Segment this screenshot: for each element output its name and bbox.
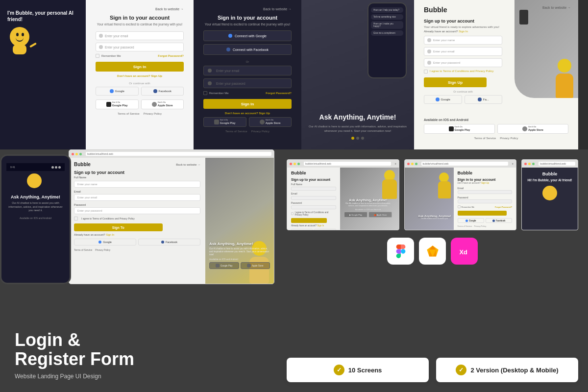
close-dot-m1: [290, 163, 292, 165]
terms-link-p2[interactable]: Terms of Service: [118, 112, 140, 115]
b1-signup-btn[interactable]: Sign To: [74, 223, 163, 231]
privacy-link-p5[interactable]: Privacy Policy: [500, 137, 518, 140]
store-row-p5: Get It On Google Play Get It On Apple St…: [424, 124, 568, 134]
promo-overlay: Ask Anything, Anytime! Our AI chatbot is…: [209, 242, 270, 269]
back-link-p3[interactable]: Back to website →: [263, 7, 292, 11]
name-input-p5[interactable]: Enter your name: [424, 36, 502, 45]
mini-play[interactable]: ▶ Google Play: [344, 212, 368, 218]
forgot-link-p3[interactable]: Forgot Password?: [266, 92, 292, 95]
privacy-link-p2[interactable]: Privacy Policy: [144, 112, 162, 115]
terms-checkbox-p5[interactable]: [424, 70, 428, 74]
playstore-btn-p2[interactable]: Get It On Google Play: [96, 99, 139, 109]
panel5-subtitle: Your virtual friend is ready to explore …: [424, 25, 502, 29]
b1-terms-link[interactable]: Terms of Service: [74, 248, 92, 251]
google-icon-s: [466, 220, 468, 222]
facebook-btn-p2[interactable]: Facebook: [141, 87, 184, 96]
char-head: [10, 27, 29, 47]
check-icon-screens: ✓: [334, 365, 344, 375]
password-input-p2[interactable]: Enter your password: [96, 43, 184, 51]
mini-signup-btn[interactable]: [291, 218, 327, 223]
mini-name-field: [291, 187, 336, 191]
signin-btn-s[interactable]: [458, 211, 507, 216]
available-text: Available on IOS and Android: [424, 118, 568, 122]
illustration-area: [500, 0, 578, 98]
b1-facebook-btn[interactable]: Facebook: [138, 239, 200, 245]
remember-check-s[interactable]: [458, 205, 461, 208]
star-icon-m2: ★: [512, 162, 514, 165]
appstore-icon: [152, 102, 157, 107]
playstore-btn-p5[interactable]: Get It On Google Play: [424, 124, 495, 134]
b1-terms-checkbox[interactable]: [74, 217, 78, 220]
email-input-p2[interactable]: Enter your email: [96, 31, 184, 40]
mini-google[interactable]: Google: [291, 229, 313, 230]
playstore-btn-p3[interactable]: Get It On Google Play: [203, 117, 246, 127]
signin-button-p2[interactable]: Sign In: [96, 62, 184, 72]
or-divider-p5: Or continue with: [424, 90, 502, 93]
remember-checkbox[interactable]: [96, 54, 99, 58]
password-input-p3[interactable]: Enter your password: [203, 78, 292, 88]
remember-checkbox-p3[interactable]: [203, 91, 207, 95]
email-input-p5[interactable]: Enter your email: [424, 47, 502, 56]
signin-button-p3[interactable]: Sign In: [203, 99, 292, 109]
signup-button-p5[interactable]: Sign Up: [424, 77, 487, 87]
mini-fb[interactable]: Facebook: [314, 229, 336, 230]
mini-signup-form: Bubble Sign up to your account Full Name…: [287, 168, 340, 230]
forgot-s[interactable]: Forgot Password?: [495, 206, 512, 208]
google-btn-p5[interactable]: Google: [424, 95, 462, 104]
dot-1: [351, 137, 354, 140]
google-icon-b1: [98, 241, 101, 244]
connect-google-btn[interactable]: Connect with Google: [203, 30, 292, 41]
b1-google-btn[interactable]: Google: [74, 239, 136, 245]
mini-apple[interactable]: 🍎 Apple Store: [368, 212, 392, 218]
mini-illus-right: Ask Anything, Anytime! Our AI chatbot is…: [340, 168, 399, 230]
b1-terms-row: I agree to Terms of Conditions and Priva…: [74, 217, 200, 220]
b1-password-input[interactable]: Enter your password: [74, 207, 200, 214]
mini-bubble-panel: Bubble Hi! I'm Bubble, your AI friend!: [522, 168, 578, 230]
remember-text-s: Remember Me: [462, 206, 474, 208]
back-link-p5[interactable]: Back to website →: [542, 6, 571, 9]
facebook-btn-p5[interactable]: Fa...: [465, 95, 503, 104]
footer-s: Terms of Service Privacy Policy: [458, 225, 513, 227]
google-btn-p2[interactable]: Google: [96, 87, 139, 96]
back-link-b1[interactable]: Back to website →: [176, 163, 200, 166]
appstore-btn-p2[interactable]: Get It On Apple Store: [141, 99, 184, 109]
playstore-icon-p5: [449, 126, 454, 131]
mini-fullname: Full Name: [291, 183, 336, 186]
terms-link-p3[interactable]: Terms of Service: [225, 130, 247, 133]
password-input-p5[interactable]: Enter your password: [424, 58, 502, 67]
mini-bubble-title: Bubble: [542, 172, 558, 176]
terms-link-p5[interactable]: Terms of Service: [474, 137, 496, 140]
privacy-link-p3[interactable]: Privacy Policy: [251, 130, 270, 133]
appstore-btn-p3[interactable]: Get It On Apple Store: [249, 117, 292, 127]
b1-appstore[interactable]: Apple Store: [241, 262, 270, 269]
b1-privacy-link[interactable]: Privacy Policy: [95, 248, 110, 251]
terms-link-s[interactable]: Terms of Service: [458, 225, 472, 227]
forgot-link[interactable]: Forgot Password?: [158, 54, 184, 57]
url-m2: bubble/virtualfriend.web: [421, 162, 509, 166]
panel-promo: How can I help you today? Tell me someth…: [301, 0, 414, 149]
max-dot-m2: [415, 163, 417, 165]
email-input-p3[interactable]: Enter your email: [203, 66, 292, 75]
mini-already: Already have an account? Sign In: [291, 224, 336, 227]
playstore-icon-p3: [214, 120, 219, 124]
google-btn-s[interactable]: Google: [458, 218, 484, 223]
mini-avail: Available on IOS and Android: [340, 208, 396, 211]
email-icon: [99, 34, 103, 38]
privacy-link-s[interactable]: Privacy Policy: [474, 225, 486, 227]
close-dot-m3: [524, 163, 527, 165]
b1-playstore[interactable]: Google Play: [209, 262, 239, 269]
mini-browser-right: bubble/virtualfriend.web Bubble Hi! I'm …: [521, 159, 578, 230]
connect-facebook-btn[interactable]: Connect with Facebook: [203, 44, 292, 55]
svg-text:Xd: Xd: [459, 248, 467, 255]
back-link-p2[interactable]: Back to website →: [155, 7, 184, 11]
playstore-label: Get It On Google Play: [112, 101, 128, 107]
appstore-btn-p5[interactable]: Get It On Apple Store: [497, 124, 568, 134]
signup-right-illustration: Ask Anything, Anytime! Our AI chatbot is…: [205, 158, 274, 284]
b1-title: Sign up to your account: [74, 170, 200, 175]
b1-name-input[interactable]: Enter your name: [74, 181, 200, 188]
mini-email: Email: [291, 192, 336, 195]
fb-btn-s[interactable]: Facebook: [486, 218, 512, 223]
bottom-text-area: Login & Register Form Website Landing Pa…: [0, 330, 277, 380]
b1-email-input[interactable]: Enter your email: [74, 194, 200, 201]
mini-checkbox[interactable]: [291, 212, 294, 215]
